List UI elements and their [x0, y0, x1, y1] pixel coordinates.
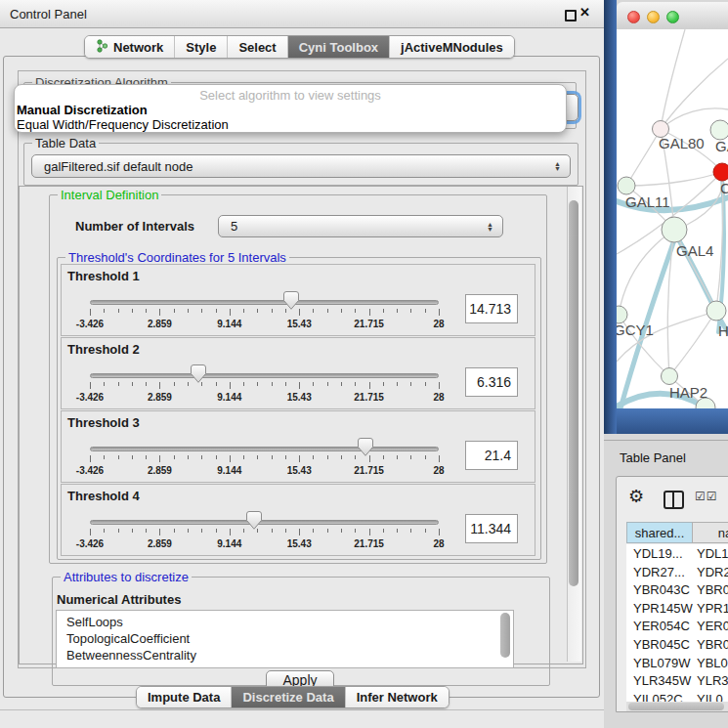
network-node[interactable]	[710, 120, 728, 140]
cell-name[interactable]: YBR0	[697, 582, 728, 597]
cell-name[interactable]: YIL0	[697, 692, 723, 702]
close-icon[interactable]: ✕	[579, 5, 590, 20]
slider-tick	[132, 309, 133, 313]
table-row[interactable]: YBR045CYBR0	[626, 635, 728, 654]
threshold-4-label: Threshold 4	[67, 489, 140, 503]
table-row[interactable]: YLR345WYLR3	[626, 671, 728, 690]
slider-tick	[104, 529, 105, 533]
close-traffic-light-icon[interactable]	[627, 11, 640, 23]
network-node[interactable]	[618, 177, 635, 194]
cell-name[interactable]: YLR3	[697, 673, 728, 688]
slider-tick	[230, 309, 231, 316]
slider-tick	[146, 309, 147, 313]
slider-tick	[313, 455, 314, 459]
tab-infer-network[interactable]: Infer Network	[346, 687, 449, 707]
tab-cyni-toolbox[interactable]: Cyni Toolbox	[288, 36, 390, 58]
cell-name[interactable]: YDR2	[697, 565, 728, 579]
tab-style[interactable]: Style	[175, 36, 228, 58]
slider-tick	[355, 382, 356, 386]
tab-discretize-data[interactable]: Discretize Data	[232, 687, 345, 707]
table-row[interactable]: YBL079WYBL0	[626, 654, 728, 672]
slider-tick-label: 9.144	[217, 538, 241, 549]
tab-select[interactable]: Select	[228, 36, 287, 58]
network-node[interactable]	[662, 368, 678, 385]
network-node[interactable]	[707, 301, 726, 321]
table-body[interactable]: YDL19...YDL1YDR27...YDR2YBR043CYBR0YPR14…	[626, 544, 728, 702]
cell-shared-name[interactable]: YBR043C	[633, 582, 690, 597]
slider-tick-label: 15.43	[287, 538, 312, 549]
cell-shared-name[interactable]: YPR145W	[633, 601, 693, 616]
threshold-3-slider-track[interactable]	[90, 447, 439, 451]
table-row[interactable]: YPR145WYPR1	[626, 599, 728, 618]
threshold-4-value-field[interactable]: 11.344	[465, 514, 518, 543]
threshold-1-slider-thumb[interactable]	[283, 291, 299, 310]
minimize-traffic-light-icon[interactable]	[647, 11, 660, 23]
threshold-2-slider-thumb[interactable]	[191, 364, 206, 383]
network-view-canvas[interactable]: GAL80GAGAL11CGAL4GCY1HHAP2	[617, 29, 728, 408]
slider-tick-label: 9.144	[217, 392, 241, 403]
attribute-list-item[interactable]: BetweennessCentrality	[57, 647, 513, 664]
attribute-list-item[interactable]: TopologicalCoefficient	[57, 630, 513, 647]
threshold-4-slider-thumb[interactable]	[246, 511, 262, 530]
settings-scrollbar-thumb[interactable]	[569, 200, 578, 586]
cell-shared-name[interactable]: YIL052C	[633, 692, 683, 702]
column-layout-icon[interactable]	[664, 491, 684, 509]
tab-impute-data[interactable]: Impute Data	[137, 687, 232, 707]
slider-tick	[118, 309, 119, 313]
cell-shared-name[interactable]: YLR345W	[633, 673, 691, 688]
threshold-1-value-field[interactable]: 14.713	[465, 294, 518, 323]
cell-name[interactable]: YPR1	[697, 601, 728, 616]
algorithm-option-equal-width[interactable]: Equal Width/Frequency Discretization	[17, 117, 229, 132]
attribute-list-item[interactable]: SelfLoops	[57, 611, 513, 630]
threshold-1-label: Threshold 1	[67, 269, 140, 283]
float-window-icon[interactable]	[565, 10, 577, 21]
table-hscrollbar-thumb[interactable]	[628, 703, 724, 710]
cell-shared-name[interactable]: YDR27...	[633, 565, 685, 579]
threshold-1-slider-track[interactable]	[90, 300, 439, 305]
tab-jactivemnodules[interactable]: jActiveMNodules	[390, 36, 514, 58]
network-node[interactable]	[662, 217, 687, 242]
slider-tick	[174, 382, 175, 386]
slider-tick	[230, 455, 231, 462]
gear-icon[interactable]: ⚙	[628, 486, 644, 507]
slider-tick	[272, 309, 273, 313]
checkbox-filter-icons[interactable]: ☑☑	[695, 490, 718, 503]
cell-name[interactable]: YDL1	[697, 546, 728, 561]
table-row[interactable]: YER054CYER0	[626, 617, 728, 635]
threshold-3-value-field[interactable]: 21.4	[465, 441, 518, 470]
zoom-traffic-light-icon[interactable]	[666, 11, 679, 23]
cell-shared-name[interactable]: YBR045C	[633, 637, 690, 652]
table-row[interactable]: YDL19...YDL1	[626, 544, 728, 563]
table-data-combo[interactable]: galFiltered.sif default node ▲▼	[31, 154, 571, 178]
slider-tick	[299, 455, 300, 462]
network-node-label: GA	[715, 138, 728, 154]
table-row[interactable]: YIL052CYIL0	[626, 690, 728, 702]
cell-shared-name[interactable]: YDL19...	[633, 546, 683, 561]
slider-tick	[104, 382, 105, 386]
attributes-scrollbar-thumb[interactable]	[500, 613, 510, 658]
table-row[interactable]: YBR043CYBR0	[626, 580, 728, 599]
cell-shared-name[interactable]: YER054C	[633, 619, 690, 633]
cell-shared-name[interactable]: YBL079W	[633, 656, 691, 670]
numerical-attributes-list[interactable]: SelfLoopsTopologicalCoefficientBetweenne…	[56, 610, 514, 668]
table-row[interactable]: YDR27...YDR2	[626, 563, 728, 581]
slider-tick	[439, 382, 440, 389]
tab-network[interactable]: Network	[85, 36, 175, 58]
cell-name[interactable]: YBR0	[697, 637, 728, 652]
cell-name[interactable]: YBL0	[697, 656, 728, 670]
threshold-2-value-field[interactable]: 6.316	[465, 367, 518, 397]
algorithm-option-manual[interactable]: Manual Discretization	[17, 103, 148, 117]
threshold-2-slider-track[interactable]	[90, 373, 439, 378]
network-window-titlebar[interactable]	[617, 2, 728, 30]
column-header-name[interactable]: na	[692, 522, 728, 543]
slider-tick	[132, 455, 133, 459]
threshold-4-slider-track[interactable]	[90, 520, 439, 525]
slider-tick	[410, 309, 411, 313]
num-intervals-combo[interactable]: 5 ▲▼	[218, 215, 503, 237]
threshold-3-slider-thumb[interactable]	[358, 438, 373, 456]
slider-tick	[285, 455, 286, 459]
network-node[interactable]	[713, 163, 728, 181]
network-node-label: C	[720, 180, 728, 196]
cell-name[interactable]: YER0	[697, 619, 728, 633]
column-header-shared-name[interactable]: shared...	[626, 522, 693, 543]
